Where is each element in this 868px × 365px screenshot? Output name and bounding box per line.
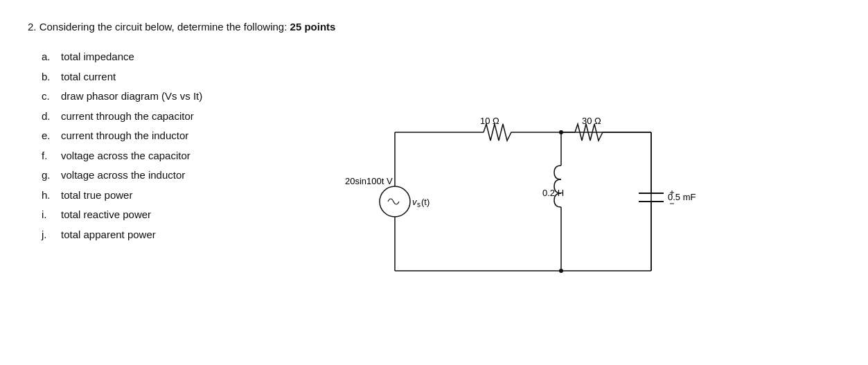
question-number: 2. (28, 21, 37, 33)
list-item: g.voltage across the inductor (42, 168, 263, 184)
question-list: a.total impedance b.total current c.draw… (42, 49, 263, 242)
question-text: Considering the circuit below, determine… (39, 21, 287, 33)
r2-label: 30 Ω (582, 116, 601, 126)
r1-label: 10 Ω (480, 116, 499, 126)
list-item: c.draw phasor diagram (Vs vs It) (42, 89, 263, 105)
question-points: 25 points (290, 21, 336, 33)
list-item: j.total apparent power (42, 227, 263, 243)
r1-zigzag (484, 124, 514, 141)
sine-wave-icon (388, 199, 399, 204)
list-item: e.current through the inductor (42, 128, 263, 144)
ac-source (380, 186, 410, 217)
list-item: d.current through the capacitor (42, 109, 263, 125)
list-item: b.total current (42, 69, 263, 85)
l-coil-1 (554, 166, 561, 179)
list-item: a.total impedance (42, 49, 263, 65)
question-header: 2. Considering the circuit below, determ… (28, 21, 840, 33)
junction-bottom (559, 269, 563, 273)
content-area: a.total impedance b.total current c.draw… (28, 49, 840, 264)
vs-sub: s (417, 201, 420, 208)
circuit-svg: 20sin100t V v s (t) 10 Ω (305, 42, 707, 264)
list-area: a.total impedance b.total current c.draw… (28, 49, 263, 247)
list-item: i.total reactive power (42, 207, 263, 223)
source-label: 20sin100t V (345, 176, 393, 186)
list-item: f.voltage across the capacitor (42, 148, 263, 164)
circuit-diagram: 20sin100t V v s (t) 10 Ω (305, 42, 707, 264)
list-item: h.total true power (42, 188, 263, 204)
vs-paren: (t) (421, 197, 429, 207)
